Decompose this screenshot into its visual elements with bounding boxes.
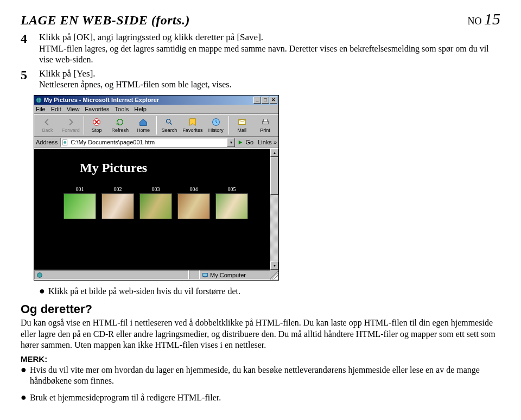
step-5: 5 Klikk på [Yes]. Nettleseren åpnes, og … xyxy=(21,68,500,91)
step-text: Nettleseren åpnes, og HTML-filen som ble… xyxy=(39,80,232,89)
maximize-button[interactable]: □ xyxy=(262,97,269,104)
stop-button[interactable]: Stop xyxy=(85,117,109,133)
svg-point-8 xyxy=(64,141,67,144)
bullet-icon: ● xyxy=(21,365,27,374)
computer-icon xyxy=(202,272,208,278)
scroll-thumb[interactable] xyxy=(270,157,278,195)
step-number: 4 xyxy=(21,31,39,66)
resize-grip[interactable] xyxy=(270,270,278,279)
status-seg xyxy=(189,270,200,279)
back-button[interactable]: Back xyxy=(36,117,59,133)
step-lead: Klikk på [OK], angi lagringssted og klik… xyxy=(39,32,263,42)
address-input[interactable]: C:\My Documents\page001.htm xyxy=(60,138,227,147)
step-number: 5 xyxy=(21,68,39,91)
history-button[interactable]: History xyxy=(204,117,227,133)
bullet-item: ● Bruk et hjemmesideprogram til å redige… xyxy=(21,392,500,403)
status-left xyxy=(34,270,189,279)
address-bar: Address C:\My Documents\page001.htm ▾ Go… xyxy=(34,137,278,148)
links-label[interactable]: Links » xyxy=(258,139,277,145)
thumbnail[interactable]: 004 xyxy=(177,186,210,219)
bullet-icon: ● xyxy=(21,392,27,402)
refresh-button[interactable]: Refresh xyxy=(109,117,132,133)
menubar: File Edit View Favorites Tools Help xyxy=(34,105,278,114)
ie-page-icon xyxy=(62,139,69,146)
thumbnail[interactable]: 005 xyxy=(215,186,248,219)
ie-icon xyxy=(35,97,42,104)
svg-rect-10 xyxy=(203,273,208,276)
thumbnail-row: 001 002 003 004 005 xyxy=(34,175,270,219)
browser-window: My Pictures - Microsoft Internet Explore… xyxy=(34,95,279,281)
svg-point-2 xyxy=(167,119,170,123)
page-number: NO 15 xyxy=(468,10,501,28)
menu-file[interactable]: File xyxy=(36,106,46,112)
paragraph: Du kan også vise en HTML-fil i nettleser… xyxy=(21,317,500,351)
close-button[interactable]: ✕ xyxy=(270,97,277,104)
scroll-down-button[interactable]: ▾ xyxy=(270,262,278,270)
ie-status-icon xyxy=(36,272,43,278)
print-button[interactable]: Print xyxy=(253,117,277,133)
menu-favorites[interactable]: Favorites xyxy=(85,106,109,112)
mail-button[interactable]: Mail xyxy=(230,117,253,133)
go-button[interactable]: Go xyxy=(237,139,253,146)
svg-point-9 xyxy=(37,273,42,278)
favorites-button[interactable]: Favorites xyxy=(181,117,204,133)
step-4: 4 Klikk på [OK], angi lagringssted og kl… xyxy=(21,31,500,66)
thumbnail[interactable]: 001 xyxy=(63,186,96,219)
page-title: LAGE EN WEB-SIDE (forts.) xyxy=(21,13,190,28)
address-label: Address xyxy=(36,139,58,145)
section-heading: Og deretter? xyxy=(21,302,500,316)
bullet-icon: ● xyxy=(39,286,45,296)
forward-button[interactable]: Forward xyxy=(59,117,82,133)
toolbar: Back Forward Stop Refresh Home Search Fa… xyxy=(34,114,278,137)
window-title: My Pictures - Microsoft Internet Explore… xyxy=(44,97,253,103)
menu-tools[interactable]: Tools xyxy=(115,106,129,112)
bullet-item: ● Klikk på et bilde på web-siden hvis du… xyxy=(21,286,500,297)
thumbnail[interactable]: 003 xyxy=(139,186,172,219)
minimize-button[interactable]: _ xyxy=(253,97,261,104)
note-heading: MERK: xyxy=(21,354,500,364)
bullet-item: ● Hvis du vil vite mer om hvordan du lag… xyxy=(21,365,500,387)
thumbnail[interactable]: 002 xyxy=(101,186,134,219)
menu-view[interactable]: View xyxy=(67,106,80,112)
vertical-scrollbar[interactable]: ▴ ▾ xyxy=(270,149,278,270)
menu-edit[interactable]: Edit xyxy=(51,106,61,112)
svg-rect-6 xyxy=(263,119,267,122)
svg-rect-11 xyxy=(204,276,206,277)
menu-help[interactable]: Help xyxy=(134,106,147,112)
browser-content: My Pictures 001 002 003 004 005 ▴ ▾ xyxy=(34,148,278,270)
address-dropdown[interactable]: ▾ xyxy=(227,138,235,147)
go-icon xyxy=(237,139,244,146)
page-heading: My Pictures xyxy=(34,149,270,175)
step-text: HTML-filen lagres, og det lagres samtidi… xyxy=(39,44,489,64)
step-lead: Klikk på [Yes]. xyxy=(39,68,96,79)
scroll-up-button[interactable]: ▴ xyxy=(270,149,278,157)
status-zone: My Computer xyxy=(200,270,270,279)
search-button[interactable]: Search xyxy=(158,117,181,133)
home-button[interactable]: Home xyxy=(132,117,155,133)
statusbar: My Computer xyxy=(34,270,278,280)
titlebar: My Pictures - Microsoft Internet Explore… xyxy=(34,96,278,105)
